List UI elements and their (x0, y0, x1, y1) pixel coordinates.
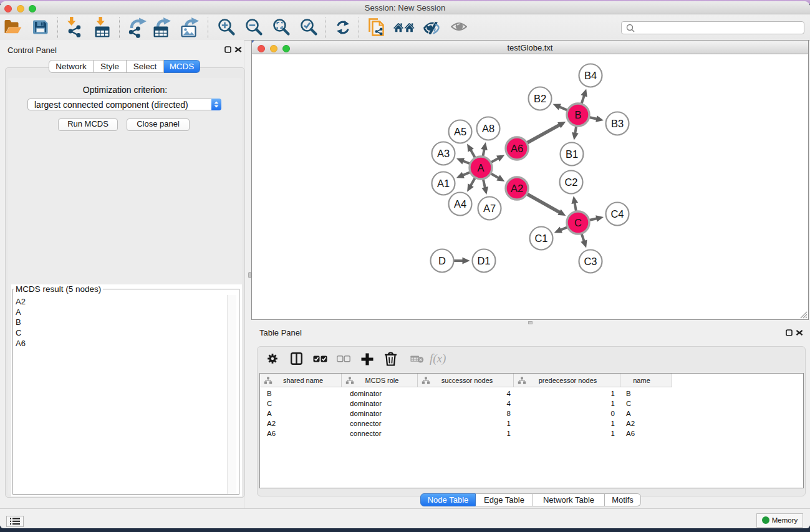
svg-text:C3: C3 (584, 256, 597, 267)
svg-text:A7: A7 (483, 203, 496, 214)
svg-text:B4: B4 (584, 70, 597, 81)
svg-text:D1: D1 (477, 255, 490, 266)
svg-text:C: C (574, 217, 582, 228)
svg-text:D: D (438, 255, 446, 266)
svg-text:A8: A8 (482, 123, 494, 134)
svg-text:B2: B2 (534, 93, 546, 104)
svg-text:A5: A5 (454, 126, 466, 137)
svg-text:A4: A4 (454, 198, 466, 210)
svg-text:C2: C2 (564, 177, 577, 188)
svg-text:C4: C4 (610, 208, 624, 220)
svg-text:A2: A2 (511, 183, 523, 194)
svg-text:B: B (574, 109, 581, 120)
svg-text:A6: A6 (511, 143, 523, 154)
svg-text:B1: B1 (566, 148, 578, 160)
svg-text:A1: A1 (437, 178, 450, 189)
svg-text:A: A (477, 162, 484, 173)
svg-text:C1: C1 (534, 233, 547, 244)
svg-text:A3: A3 (437, 148, 450, 159)
svg-text:B3: B3 (611, 118, 624, 129)
